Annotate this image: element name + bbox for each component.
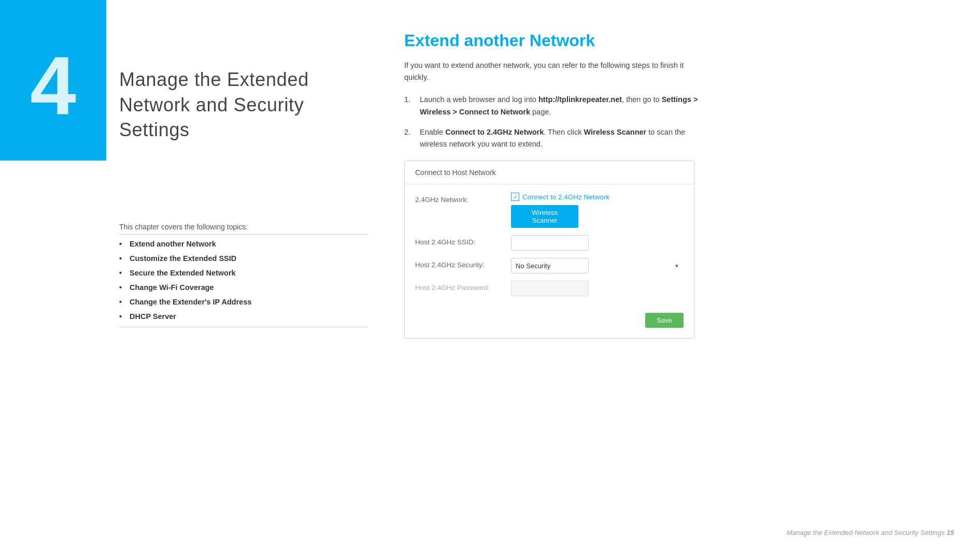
chapter-banner: 4 [0, 0, 106, 161]
checkbox-connect-24ghz[interactable]: ✓ [511, 193, 519, 201]
list-item: Change the Extender's IP Address [119, 298, 368, 306]
checkbox-row[interactable]: ✓ Connect to 2.4GHz Network [511, 193, 684, 201]
ui-panel: Connect to Host Network 2.4GHz Network: … [404, 161, 694, 339]
password-input[interactable] [511, 281, 589, 296]
label-password: Host 2.4GHz Password: [415, 281, 511, 292]
toc-list: Extend another Network Customize the Ext… [119, 240, 368, 321]
steps-list: Launch a web browser and log into http:/… [404, 94, 933, 150]
security-select[interactable]: No Security WPA/WPA2-Personal WEP [511, 258, 589, 273]
chevron-down-icon: ▼ [674, 263, 679, 269]
footer-text: Manage the Extended Network and Security… [787, 529, 945, 536]
control-ssid [511, 235, 684, 251]
step2-button: Wireless Scanner [584, 128, 646, 136]
save-row: Save [405, 308, 694, 328]
footer: Manage the Extended Network and Security… [787, 529, 954, 536]
list-item: DHCP Server [119, 312, 368, 321]
security-select-wrapper: No Security WPA/WPA2-Personal WEP ▼ [511, 258, 684, 273]
page-number: 15 [947, 529, 954, 536]
toc-divider [119, 327, 368, 327]
form-row-security: Host 2.4GHz Security: No Security WPA/WP… [415, 258, 684, 273]
list-item: Change Wi-Fi Coverage [119, 283, 368, 292]
chapter-title-area: Manage the ExtendedNetwork and SecurityS… [119, 67, 352, 143]
list-item: Secure the Extended Network [119, 269, 368, 277]
label-24ghz-network: 2.4GHz Network: [415, 193, 511, 204]
ssid-input[interactable] [511, 235, 589, 251]
label-ssid: Host 2.4GHz SSID: [415, 235, 511, 246]
step-2: Enable Connect to 2.4GHz Network. Then c… [404, 126, 705, 150]
section-title: Extend another Network [404, 31, 933, 50]
step2-option: Connect to 2.4GHz Network [445, 128, 544, 136]
toc-area: This chapter covers the following topics… [119, 223, 368, 327]
list-item: Customize the Extended SSID [119, 254, 368, 263]
panel-body: 2.4GHz Network: ✓ Connect to 2.4GHz Netw… [405, 184, 694, 308]
chapter-title: Manage the ExtendedNetwork and SecurityS… [119, 67, 352, 143]
section-intro: If you want to extend another network, y… [404, 60, 705, 83]
chapter-number: 4 [30, 44, 76, 127]
form-row-ssid: Host 2.4GHz SSID: [415, 235, 684, 251]
panel-header: Connect to Host Network [405, 161, 694, 184]
checkbox-label-connect-24ghz: Connect to 2.4GHz Network [522, 193, 609, 201]
step1-url: http://tplinkrepeater.net [538, 95, 622, 104]
toc-intro: This chapter covers the following topics… [119, 223, 368, 235]
form-row-password: Host 2.4GHz Password: [415, 281, 684, 296]
form-row-24ghz-network: 2.4GHz Network: ✓ Connect to 2.4GHz Netw… [415, 193, 684, 228]
right-content: Extend another Network If you want to ex… [404, 31, 954, 339]
control-security: No Security WPA/WPA2-Personal WEP ▼ [511, 258, 684, 273]
save-button[interactable]: Save [645, 313, 684, 328]
wireless-scanner-button[interactable]: Wireless Scanner [511, 205, 578, 228]
control-password [511, 281, 684, 296]
step-1: Launch a web browser and log into http:/… [404, 94, 705, 118]
control-24ghz-network: ✓ Connect to 2.4GHz Network Wireless Sca… [511, 193, 684, 228]
list-item: Extend another Network [119, 240, 368, 248]
label-security: Host 2.4GHz Security: [415, 258, 511, 269]
